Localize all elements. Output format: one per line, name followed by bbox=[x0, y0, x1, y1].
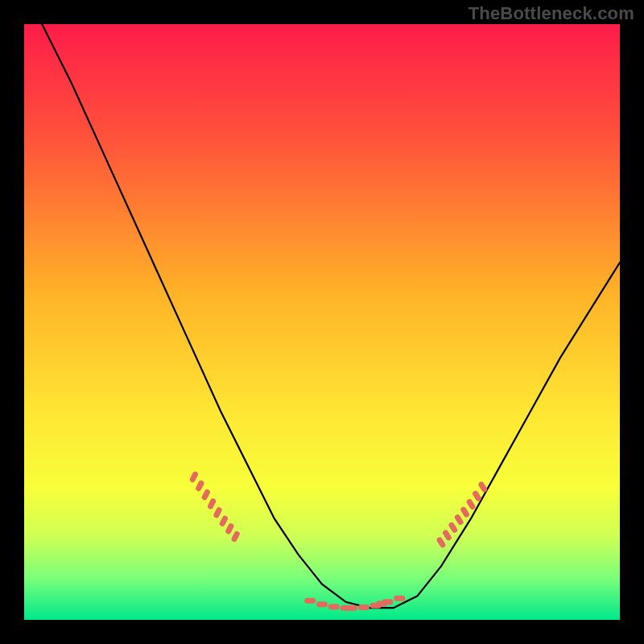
marker-pill bbox=[382, 599, 393, 605]
watermark-text: TheBottleneck.com bbox=[469, 3, 634, 24]
marker-pill bbox=[394, 596, 405, 601]
chart-svg bbox=[24, 24, 620, 620]
marker-pill bbox=[316, 601, 328, 607]
plot-area bbox=[24, 24, 620, 620]
gradient-background bbox=[24, 24, 620, 620]
chart-stage: TheBottleneck.com bbox=[0, 0, 644, 644]
marker-pill bbox=[304, 598, 316, 604]
marker-pill bbox=[346, 605, 357, 611]
marker-pill bbox=[328, 604, 340, 609]
marker-pill bbox=[358, 605, 369, 610]
